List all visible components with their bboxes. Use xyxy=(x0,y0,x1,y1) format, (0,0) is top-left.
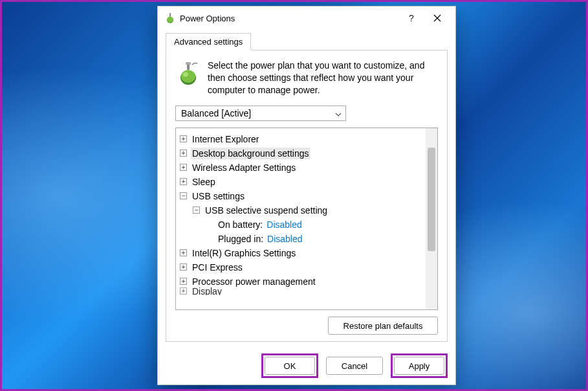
intro-text: Select the power plan that you want to c… xyxy=(208,60,438,96)
tree-item[interactable]: +Display xyxy=(176,287,426,295)
tree-item-value[interactable]: Disabled xyxy=(267,219,301,230)
tree-item-label: Processor power management xyxy=(191,276,317,287)
ok-button[interactable]: OK xyxy=(265,357,315,375)
settings-tree: +Internet Explorer+Desktop background se… xyxy=(175,128,438,310)
collapse-icon[interactable]: − xyxy=(193,207,200,214)
apply-highlight: Apply xyxy=(391,353,448,378)
power-plan-selected: Balanced [Active] xyxy=(181,108,251,118)
svg-rect-7 xyxy=(186,62,191,65)
tree-item[interactable]: +Desktop background settings xyxy=(176,146,426,161)
tree-item-label: On battery: xyxy=(217,219,264,230)
window-title: Power Options xyxy=(180,14,398,23)
tree-item[interactable]: −USB selective suspend setting xyxy=(176,203,426,218)
tree-item[interactable]: Plugged in:Disabled xyxy=(176,232,426,246)
battery-icon xyxy=(175,60,201,85)
expand-icon[interactable]: + xyxy=(180,178,187,185)
power-options-icon xyxy=(164,12,176,24)
tree-item-label: Desktop background settings xyxy=(191,148,310,159)
tree-item-label: Intel(R) Graphics Settings xyxy=(191,247,297,259)
svg-point-5 xyxy=(183,73,188,77)
tree-item[interactable]: +Internet Explorer xyxy=(176,132,426,146)
help-button[interactable]: ? xyxy=(398,8,424,28)
close-button[interactable] xyxy=(424,8,450,28)
tree-item[interactable]: On battery:Disabled xyxy=(176,218,426,232)
tree-item[interactable]: +Wireless Adapter Settings xyxy=(176,161,426,175)
restore-defaults-button[interactable]: Restore plan defaults xyxy=(328,317,438,335)
apply-button[interactable]: Apply xyxy=(394,357,444,375)
tree-item-value[interactable]: Disabled xyxy=(267,234,302,244)
tree-item-label: Display xyxy=(191,287,223,295)
expand-icon[interactable]: + xyxy=(180,263,187,271)
tree-item[interactable]: −USB settings xyxy=(176,189,426,203)
tree-item[interactable]: +PCI Express xyxy=(176,260,426,274)
power-plan-dropdown[interactable]: Balanced [Active] xyxy=(175,106,346,121)
tree-item-label: USB settings xyxy=(191,190,246,202)
dialog-button-row: OK Cancel Apply xyxy=(158,347,455,385)
tree-item[interactable]: +Intel(R) Graphics Settings xyxy=(176,246,426,260)
tree-item-label: Sleep xyxy=(191,176,217,188)
tab-strip: Advanced settings xyxy=(166,31,448,50)
titlebar: Power Options ? xyxy=(158,6,455,30)
svg-point-1 xyxy=(168,17,173,23)
expand-icon[interactable]: + xyxy=(180,278,187,285)
collapse-icon[interactable]: − xyxy=(180,192,187,199)
svg-point-4 xyxy=(181,70,195,83)
tree-item[interactable]: +Processor power management xyxy=(176,274,426,289)
tree-scrollbar[interactable] xyxy=(426,128,437,309)
tree-item-label: Plugged in: xyxy=(217,233,265,245)
tree-item-label: USB selective suspend setting xyxy=(204,205,329,216)
tree-item-label: Internet Explorer xyxy=(191,133,261,145)
tree-item-label: PCI Express xyxy=(191,262,244,273)
chevron-down-icon xyxy=(335,108,342,118)
tree-item-label: Wireless Adapter Settings xyxy=(191,162,297,173)
expand-icon[interactable]: + xyxy=(180,135,187,142)
expand-icon[interactable]: + xyxy=(180,164,187,171)
scrollbar-thumb[interactable] xyxy=(428,148,435,251)
tree-item[interactable]: +Sleep xyxy=(176,175,426,189)
tab-advanced-settings[interactable]: Advanced settings xyxy=(166,33,251,50)
expand-icon[interactable]: + xyxy=(180,249,187,256)
expand-icon[interactable]: + xyxy=(180,287,187,295)
tab-content: Select the power plan that you want to c… xyxy=(166,50,448,342)
ok-highlight: OK xyxy=(261,353,318,378)
power-options-dialog: Power Options ? Advanced settings xyxy=(157,6,456,385)
cancel-button[interactable]: Cancel xyxy=(326,357,383,375)
expand-icon[interactable]: + xyxy=(180,150,187,157)
